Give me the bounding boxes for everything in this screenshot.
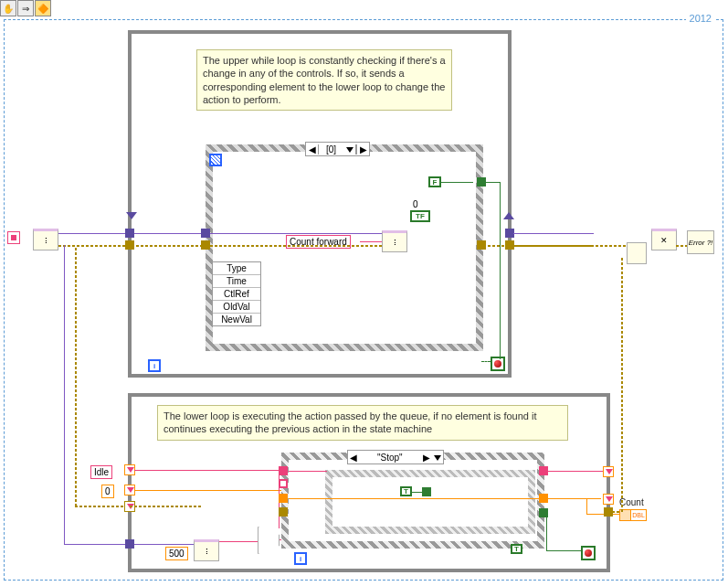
iteration-term-lower: i xyxy=(294,552,307,565)
case-next[interactable]: ▶ xyxy=(421,453,432,463)
qref-into-lower xyxy=(64,544,130,545)
case-in-err xyxy=(279,507,288,517)
event-term-type[interactable]: Type xyxy=(213,262,260,275)
diagram-year-label: 2012 xyxy=(686,13,715,24)
err-down xyxy=(75,247,77,506)
case-label: "Stop" xyxy=(359,453,421,463)
err-out-wire xyxy=(513,245,632,247)
event-term-ctlref[interactable]: CtlRef xyxy=(213,288,260,301)
case-prev[interactable]: ◀ xyxy=(348,453,359,463)
dequeue-node[interactable]: ⫶ xyxy=(194,539,219,561)
qref-tunnel-loop xyxy=(125,229,134,238)
stop-wire-horz xyxy=(484,182,501,183)
qref-into-dequeue xyxy=(130,544,194,545)
sr-arrow-upper-left xyxy=(126,212,137,219)
data-to-count xyxy=(548,498,601,499)
lower-comment: The lower loop is executing the action p… xyxy=(157,405,568,441)
upper-comment: The upper while loop is constantly check… xyxy=(196,49,452,111)
event-term-oldval[interactable]: OldVal xyxy=(213,301,260,314)
qref-tunnel-lower xyxy=(125,539,134,549)
block-diagram-canvas[interactable]: 2012 ⫶ The upper while loop is constantl… xyxy=(0,0,728,586)
bool-wire-1 xyxy=(439,182,473,183)
event-timeout-term[interactable] xyxy=(209,154,222,166)
shift-reg-orange-right[interactable] xyxy=(603,494,614,505)
err-out-lower xyxy=(612,511,621,513)
err-wire-lower xyxy=(130,506,203,507)
stop-wire-upper xyxy=(481,361,491,362)
err-final xyxy=(676,245,687,247)
state-through xyxy=(289,471,327,472)
data-through xyxy=(289,498,539,499)
event-term-newval[interactable]: NewVal xyxy=(213,314,260,325)
deq-to-select xyxy=(219,541,258,542)
stop-wire-lower xyxy=(546,550,581,551)
true-const-2[interactable]: T xyxy=(511,544,522,554)
case-in-data xyxy=(279,494,288,503)
qref-inside-event xyxy=(210,233,382,234)
count-indicator[interactable]: DBL xyxy=(619,509,647,521)
state-to-sr xyxy=(548,471,603,472)
enqueue-data-wire xyxy=(360,241,382,242)
merge-errors-node[interactable] xyxy=(627,242,647,264)
iteration-term-upper: i xyxy=(148,359,161,372)
stop-wire-vert xyxy=(500,182,501,359)
enqueue-node[interactable]: ⫶ xyxy=(382,230,407,252)
qref-into-event xyxy=(128,233,201,234)
event-dropdown[interactable] xyxy=(343,144,356,154)
case-in-state2 xyxy=(279,479,288,488)
obtain-queue-node[interactable]: ⫶ xyxy=(33,229,58,250)
event-case-label: [0] xyxy=(319,144,343,154)
err-up-to-merge xyxy=(621,256,623,512)
shift-reg-pink-right[interactable] xyxy=(603,466,614,477)
queue-datatype-const[interactable] xyxy=(7,231,20,244)
error-handler-node[interactable]: Error ?! xyxy=(687,230,714,254)
err-tunnel-loop-in xyxy=(125,240,134,250)
case-in-state xyxy=(279,466,288,475)
tf-indicator[interactable]: TF xyxy=(410,210,430,222)
tf-indicator-label: 0 xyxy=(413,199,418,209)
zero-const[interactable]: 0 xyxy=(101,485,114,498)
stop-wire-lower-v xyxy=(546,513,547,551)
err-tunnel-event-in xyxy=(201,240,210,250)
queue-ref-wire xyxy=(58,233,128,234)
stop-term-lower[interactable] xyxy=(581,546,596,560)
data-wire xyxy=(134,490,290,491)
err-inside-event xyxy=(210,245,382,247)
stop-term-upper[interactable] xyxy=(491,357,505,371)
event-term-time[interactable]: Time xyxy=(213,275,260,288)
data-branch-down xyxy=(586,498,587,515)
case-selector[interactable]: ◀ "Stop" ▶ xyxy=(347,450,444,464)
sr-arrow-upper-right xyxy=(503,212,514,219)
state-wire xyxy=(134,470,279,471)
inner-structure[interactable] xyxy=(325,470,535,534)
case-dropdown[interactable] xyxy=(432,453,443,463)
event-case-selector[interactable]: ◀ [0] ▶ xyxy=(305,142,370,156)
event-next-case[interactable]: ▶ xyxy=(356,144,369,154)
event-data-terminals: Type Time CtlRef OldVal NewVal xyxy=(212,261,261,326)
case-out-data xyxy=(539,494,548,503)
case-out-state xyxy=(539,466,548,475)
inner-t-wire xyxy=(411,492,424,493)
qref-down xyxy=(64,245,65,545)
data-to-ind xyxy=(586,514,619,515)
event-prev-case[interactable]: ◀ xyxy=(306,144,319,154)
err-into-lower xyxy=(75,506,130,507)
timeout-const[interactable]: 500 xyxy=(165,547,188,560)
idle-const[interactable]: Idle xyxy=(90,465,112,479)
qref-tunnel-event xyxy=(201,229,210,238)
count-label: Count xyxy=(619,497,644,507)
err-tunnel-event-out xyxy=(477,240,486,250)
release-queue-node[interactable]: ✕ xyxy=(651,229,677,250)
qref-out-wire xyxy=(513,233,594,234)
